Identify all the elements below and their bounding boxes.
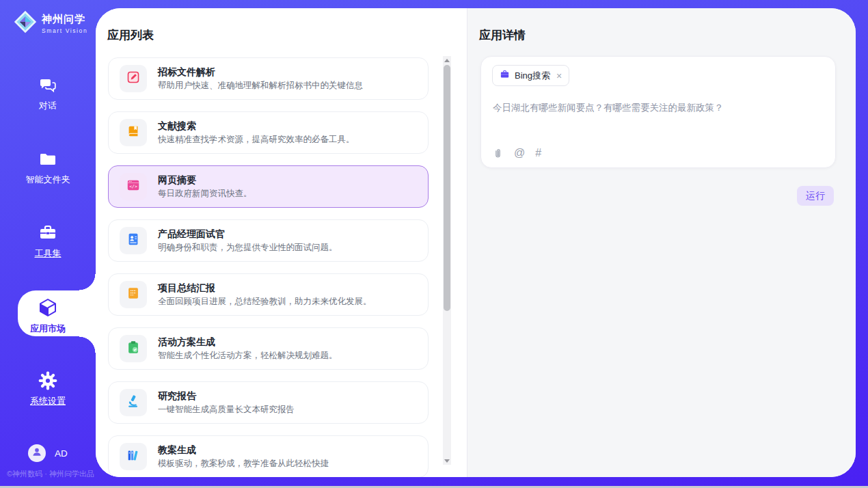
scrollbar-thumb[interactable]	[444, 65, 450, 311]
app-list-panel: 应用列表 招标文件解析 帮助用户快速、准确地理解和解析招标书中的关键信息 文献搜…	[96, 8, 467, 477]
tool-tag-label: Bing搜索	[515, 70, 550, 82]
app-icon-tile	[120, 335, 147, 362]
app-card[interactable]: 招标文件解析 帮助用户快速、准确地理解和解析招标书中的关键信息	[108, 57, 429, 100]
app-card[interactable]: 项目总结汇报 全面回顾项目进展，总结经验教训，助力未来优化发展。	[108, 273, 429, 316]
close-icon[interactable]: ×	[556, 71, 562, 81]
app-name: 活动方案生成	[158, 336, 338, 348]
person-icon	[31, 446, 42, 460]
app-icon-tile	[120, 65, 147, 92]
app-description: 模板驱动，教案秒成，教学准备从此轻松快捷	[158, 459, 329, 469]
app-icon-tile	[120, 119, 147, 146]
copyright-footer: ©神州数码 · 神州问学出品	[7, 469, 94, 479]
mention-at-icon[interactable]: @	[514, 147, 525, 159]
user-account[interactable]: AD	[0, 444, 96, 462]
sidebar-item-chat[interactable]: 对话	[0, 75, 96, 118]
resume-icon	[126, 232, 141, 249]
hashtag-icon[interactable]: #	[535, 147, 541, 159]
sidebar-item-app-market[interactable]: 应用市场	[0, 297, 96, 339]
book-icon	[126, 124, 141, 141]
toolbox-icon	[38, 223, 58, 246]
report-icon	[126, 286, 141, 303]
sidebar-item-settings[interactable]: 系统设置	[0, 370, 96, 413]
prompt-editor-card: Bing搜索 × 今日湖北有哪些新闻要点？有哪些需要关注的最新政策？ @ #	[480, 56, 836, 168]
logo-title: 神州问学	[42, 13, 85, 25]
app-icon-tile	[120, 389, 147, 416]
app-name: 产品经理面试官	[158, 228, 338, 240]
sidebar-item-label: 应用市场	[0, 323, 96, 335]
app-icon-tile	[120, 443, 147, 470]
svg-text:</>: </>	[129, 184, 137, 189]
app-name: 网页摘要	[158, 174, 252, 186]
app-card[interactable]: </> 网页摘要 每日政府新闻资讯快查。	[108, 165, 429, 208]
app-description: 每日政府新闻资讯快查。	[158, 189, 252, 199]
app-card[interactable]: 产品经理面试官 明确身份和职责，为您提供专业性的面试问题。	[108, 219, 429, 262]
app-name: 招标文件解析	[158, 66, 363, 78]
app-name: 文献搜索	[158, 120, 355, 132]
app-icon-tile	[120, 281, 147, 308]
sidebar-item-smart-folder[interactable]: 智能文件夹	[0, 149, 96, 191]
app-icon-tile	[120, 227, 147, 254]
browser-code-icon: </>	[126, 178, 141, 195]
app-card-list: 招标文件解析 帮助用户快速、准确地理解和解析招标书中的关键信息 文献搜索 快速精…	[108, 57, 429, 477]
avatar	[28, 444, 46, 462]
app-name: 教案生成	[158, 444, 329, 456]
user-name: AD	[55, 448, 68, 459]
scroll-down-arrow[interactable]	[443, 457, 451, 465]
app-card[interactable]: 研究报告 一键智能生成高质量长文本研究报告	[108, 381, 429, 424]
clipboard-check-icon	[126, 340, 141, 357]
chat-icon	[38, 75, 58, 98]
app-description: 快速精准查找学术资源，提高研究效率的必备工具。	[158, 135, 355, 145]
app-card[interactable]: 活动方案生成 智能生成个性化活动方案，轻松解决规划难题。	[108, 327, 429, 370]
gear-icon	[38, 370, 58, 394]
pen-edit-icon	[126, 70, 141, 87]
tool-tag-bing-search[interactable]: Bing搜索 ×	[492, 65, 569, 86]
app-description: 明确身份和职责，为您提供专业性的面试问题。	[158, 243, 338, 253]
content-area: 应用列表 招标文件解析 帮助用户快速、准确地理解和解析招标书中的关键信息 文献搜…	[96, 8, 856, 477]
app-card[interactable]: 教案生成 模板驱动，教案秒成，教学准备从此轻松快捷	[108, 435, 429, 477]
sidebar-item-label: 系统设置	[0, 395, 96, 407]
paperclip-icon[interactable]	[492, 148, 504, 159]
scrollbar[interactable]	[443, 56, 451, 465]
prompt-text-input[interactable]: 今日湖北有哪些新闻要点？有哪些需要关注的最新政策？	[493, 102, 824, 114]
logo-subtitle: Smart Vision	[42, 27, 87, 34]
app-description: 帮助用户快速、准确地理解和解析招标书中的关键信息	[158, 81, 363, 91]
sidebar-item-label: 工具集	[0, 247, 96, 260]
sidebar-item-toolset[interactable]: 工具集	[0, 223, 96, 265]
app-detail-title: 应用详情	[479, 27, 526, 43]
app-name: 研究报告	[158, 390, 295, 402]
sidebar-item-label: 对话	[0, 100, 96, 112]
briefcase-icon	[500, 69, 510, 82]
cube-icon	[37, 297, 59, 320]
app-name: 项目总结汇报	[158, 282, 372, 294]
input-toolbar: @ #	[492, 147, 541, 159]
app-logo: 神州问学 Smart Vision	[13, 10, 87, 37]
diamond-logo-icon	[13, 10, 38, 37]
books-icon	[126, 448, 141, 465]
sidebar-item-label: 智能文件夹	[0, 174, 96, 186]
sidebar: 神州问学 Smart Vision 对话 智能文件夹 工具集 应用市场 系统设置…	[0, 0, 96, 488]
app-card[interactable]: 文献搜索 快速精准查找学术资源，提高研究效率的必备工具。	[108, 111, 429, 154]
run-button[interactable]: 运行	[797, 186, 834, 206]
app-detail-panel: 应用详情 Bing搜索 × 今日湖北有哪些新闻要点？有哪些需要关注的最新政策？ …	[467, 8, 856, 477]
app-list-title: 应用列表	[107, 27, 154, 43]
app-description: 智能生成个性化活动方案，轻松解决规划难题。	[158, 351, 338, 361]
app-description: 一键智能生成高质量长文本研究报告	[158, 405, 295, 415]
scroll-up-arrow[interactable]	[443, 56, 451, 64]
app-icon-tile: </>	[120, 173, 147, 200]
microscope-icon	[126, 394, 141, 411]
folder-icon	[38, 149, 58, 172]
app-description: 全面回顾项目进展，总结经验教训，助力未来优化发展。	[158, 297, 372, 307]
